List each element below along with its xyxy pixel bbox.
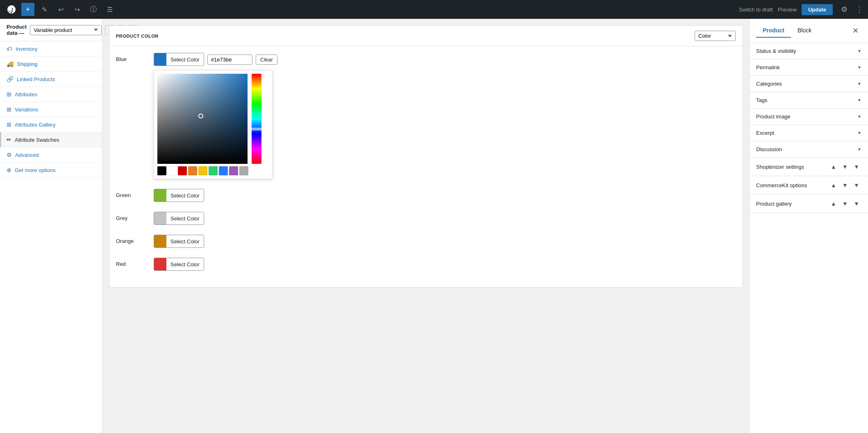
attributes-gallery-icon: ⊞ [7,121,11,128]
attribute-swatches-label: Attribute Swatches [15,137,59,143]
sidebar-item-attributes-gallery[interactable]: ⊞ Attributes Gallery [0,117,102,132]
settings-button[interactable]: ⚙ [838,3,851,16]
brightness-gradient [157,74,248,164]
right-sidebar-header: Product Block ✕ [750,19,868,43]
sidebar-item-linked-products[interactable]: 🔗 Linked Products [0,72,102,87]
panel-body: Blue Select Color Clear [109,46,742,287]
shoptimizer-controls: ▲ ▼ ▼ [829,162,861,172]
blue-hex-input[interactable] [207,54,252,65]
redo-icon: ↪ [75,6,80,14]
close-icon: ✕ [852,26,859,35]
swatch-purple[interactable] [229,166,238,175]
hue-slider-wrapper [252,74,261,175]
shipping-label: Shipping [17,61,38,67]
red-select-color-button[interactable]: Select Color [154,258,204,271]
sidebar-item-attribute-swatches[interactable]: ✏ Attribute Swatches [0,132,102,147]
sidebar-item-get-more-options[interactable]: ⊕ Get more options [0,163,102,178]
switch-to-draft-button[interactable]: Switch to draft [739,7,773,13]
list-view-button[interactable]: ☰ [103,3,116,16]
color-row-blue: Blue Select Color Clear [116,53,736,179]
more-options-button[interactable]: ⋮ [856,5,863,14]
product-type-select[interactable]: Variable product Simple product Grouped … [30,25,102,35]
gradient-area[interactable] [157,74,248,164]
product-gallery-up-button[interactable]: ▲ [829,199,838,209]
tab-block[interactable]: Block [791,24,818,38]
shoptimizer-settings-title: Shoptimizer settings [756,164,829,170]
product-color-panel: PRODUCT COLOR Color Image Label Blue [109,25,743,288]
orange-select-color-button[interactable]: Select Color [154,235,204,248]
orange-label: Orange [116,235,149,244]
update-button[interactable]: Update [802,4,833,15]
list-icon: ☰ [107,6,113,14]
section-categories-title: Categories [756,81,782,87]
section-excerpt-header[interactable]: Excerpt ▼ [750,125,868,141]
section-permalink-title: Permalink [756,64,780,70]
sidebar-item-inventory[interactable]: 🏷 Inventory [0,41,102,57]
sidebar-item-shipping[interactable]: 🚚 Shipping [0,57,102,72]
commercekit-up-button[interactable]: ▲ [829,180,838,190]
sidebar-item-attributes[interactable]: ⊞ Attributes [0,87,102,102]
color-type-select[interactable]: Color Image Label [695,31,736,41]
toolbar-right: Switch to draft Preview Update ⚙ ⋮ [739,3,863,16]
add-new-button[interactable]: + [21,3,34,16]
section-excerpt-title: Excerpt [756,130,774,136]
linked-products-label: Linked Products [17,76,55,82]
product-gallery-drag-button[interactable]: ▼ [852,199,861,209]
swatch-orange[interactable] [188,166,197,175]
green-select-color-button[interactable]: Select Color [154,189,204,202]
tab-product[interactable]: Product [756,24,791,38]
shoptimizer-drag-button[interactable]: ▼ [852,162,861,172]
undo-icon: ↩ [58,6,64,14]
grey-select-color-button[interactable]: Select Color [154,212,204,225]
swatch-blue[interactable] [219,166,228,175]
gear-icon: ⚙ [841,5,848,14]
blue-select-color-button[interactable]: Select Color [154,53,204,66]
section-discussion-header[interactable]: Discussion ▼ [750,141,868,157]
section-permalink-header[interactable]: Permalink ▼ [750,59,868,75]
categories-chevron-icon: ▼ [857,82,861,86]
undo-button[interactable]: ↩ [54,3,67,16]
shoptimizer-down-button[interactable]: ▼ [840,162,850,172]
section-product-image-header[interactable]: Product image ▼ [750,109,868,125]
red-label: Red [116,258,149,267]
shoptimizer-up-button[interactable]: ▲ [829,162,838,172]
blue-clear-button[interactable]: Clear [256,54,277,65]
section-categories-header[interactable]: Categories ▼ [750,76,868,92]
section-permalink: Permalink ▼ [750,59,868,76]
swatch-yellow[interactable] [198,166,207,175]
commercekit-drag-button[interactable]: ▼ [852,180,861,190]
linked-products-icon: 🔗 [7,76,14,82]
swatch-black[interactable] [157,166,166,175]
preview-button[interactable]: Preview [778,7,797,13]
section-product-image: Product image ▼ [750,109,868,125]
variations-icon: ⊞ [7,106,11,113]
close-sidebar-button[interactable]: ✕ [849,25,861,37]
green-select-color-label: Select Color [166,191,204,200]
redo-button[interactable]: ↪ [70,3,84,16]
sidebar-item-advanced[interactable]: ⚙ Advanced [0,147,102,163]
swatch-green[interactable] [209,166,218,175]
swatch-grey[interactable] [239,166,248,175]
commercekit-down-button[interactable]: ▼ [840,180,850,190]
right-sidebar-tabs: Product Block [756,24,818,38]
inventory-label: Inventory [16,46,37,52]
section-shoptimizer-settings: Shoptimizer settings ▲ ▼ ▼ [750,158,868,176]
wordpress-logo [5,3,18,16]
attribute-swatches-icon: ✏ [7,136,11,143]
sidebar-item-variations[interactable]: ⊞ Variations [0,102,102,117]
right-sidebar: Product Block ✕ Status & visibility ▼ Pe… [749,19,868,433]
hue-slider[interactable] [252,74,261,164]
hue-thumb [251,128,262,130]
section-tags-header[interactable]: Tags ▼ [750,92,868,108]
section-commercekit-options: CommerceKit options ▲ ▼ ▼ [750,176,868,195]
section-status-visibility-header[interactable]: Status & visibility ▼ [750,43,868,59]
color-row-red: Red Select Color [116,258,736,271]
variations-label: Variations [15,107,38,113]
panel-title: PRODUCT COLOR [116,34,159,39]
color-row-grey: Grey Select Color [116,212,736,225]
swatch-red[interactable] [178,166,187,175]
info-button[interactable]: ⓘ [87,3,100,16]
swatch-white[interactable] [168,166,177,175]
edit-icon-button[interactable]: ✎ [38,3,51,16]
product-gallery-down-button[interactable]: ▼ [840,199,850,209]
